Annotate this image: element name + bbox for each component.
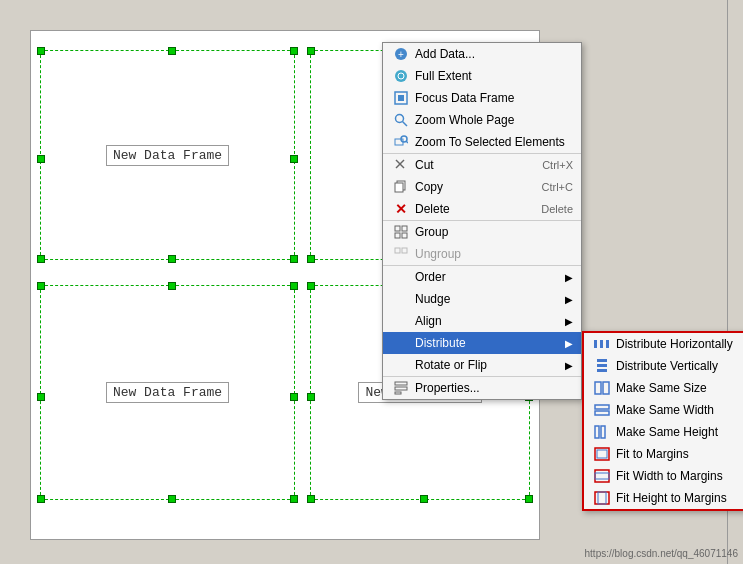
fit-height-label: Fit Height to Margins — [616, 491, 743, 505]
svg-rect-17 — [395, 233, 400, 238]
frame-top-left[interactable]: New Data Frame — [40, 50, 295, 260]
menu-zoom-selected[interactable]: Zoom To Selected Elements — [383, 131, 581, 153]
menu-focus-data-frame[interactable]: Focus Data Frame — [383, 87, 581, 109]
nudge-arrow: ▶ — [565, 294, 573, 305]
svg-line-7 — [403, 122, 408, 127]
copy-label: Copy — [415, 180, 532, 194]
align-icon — [391, 313, 411, 329]
svg-rect-22 — [600, 340, 603, 348]
handle-tl — [37, 282, 45, 290]
menu-align[interactable]: Align ▶ — [383, 310, 581, 332]
ungroup-icon — [391, 246, 411, 262]
menu-nudge[interactable]: Nudge ▶ — [383, 288, 581, 310]
svg-rect-31 — [595, 426, 599, 438]
submenu-fit-height-to-margins[interactable]: Fit Height to Margins — [584, 487, 743, 509]
svg-rect-41 — [395, 392, 401, 394]
menu-ungroup[interactable]: Ungroup — [383, 243, 581, 265]
same-width-label: Make Same Width — [616, 403, 743, 417]
submenu-make-same-height[interactable]: Make Same Height — [584, 421, 743, 443]
svg-rect-26 — [597, 369, 607, 372]
handle-bl — [37, 495, 45, 503]
align-arrow: ▶ — [565, 316, 573, 327]
align-label: Align — [415, 314, 565, 328]
svg-rect-29 — [595, 405, 609, 409]
menu-group[interactable]: Group — [383, 220, 581, 243]
ungroup-label: Ungroup — [415, 247, 573, 261]
svg-rect-19 — [395, 248, 400, 253]
watermark: https://blog.csdn.net/qq_46071146 — [585, 548, 738, 559]
menu-copy[interactable]: Copy Ctrl+C — [383, 176, 581, 198]
svg-rect-25 — [597, 364, 607, 367]
svg-rect-34 — [597, 450, 607, 458]
full-extent-icon — [391, 68, 411, 84]
handle-bm — [168, 495, 176, 503]
svg-rect-27 — [595, 382, 601, 394]
handle-br — [290, 255, 298, 263]
submenu-make-same-width[interactable]: Make Same Width — [584, 399, 743, 421]
fit-height-icon — [592, 490, 612, 506]
svg-rect-36 — [595, 473, 609, 479]
handle-br — [525, 495, 533, 503]
handle-br — [290, 495, 298, 503]
dist-v-icon — [592, 358, 612, 374]
menu-order[interactable]: Order ▶ — [383, 265, 581, 288]
fit-margins-icon — [592, 446, 612, 462]
svg-rect-32 — [601, 426, 605, 438]
submenu-distribute-horizontally[interactable]: Distribute Horizontally — [584, 333, 743, 355]
focus-frame-label: Focus Data Frame — [415, 91, 573, 105]
menu-cut[interactable]: Cut Ctrl+X — [383, 153, 581, 176]
copy-shortcut: Ctrl+C — [542, 181, 573, 193]
handle-bl — [307, 495, 315, 503]
svg-rect-35 — [595, 470, 609, 482]
svg-point-2 — [395, 70, 407, 82]
handle-bm — [420, 495, 428, 503]
dist-h-icon — [592, 336, 612, 352]
svg-rect-15 — [395, 226, 400, 231]
menu-delete[interactable]: ✕ Delete Delete — [383, 198, 581, 220]
menu-rotate-or-flip[interactable]: Rotate or Flip ▶ — [383, 354, 581, 376]
handle-tl — [307, 282, 315, 290]
handle-ml — [37, 155, 45, 163]
fit-width-label: Fit Width to Margins — [616, 469, 743, 483]
properties-icon — [391, 380, 411, 396]
zoom-select-icon — [391, 134, 411, 150]
handle-tr — [290, 282, 298, 290]
menu-properties[interactable]: Properties... — [383, 376, 581, 399]
submenu-make-same-size[interactable]: Make Same Size — [584, 377, 743, 399]
order-icon — [391, 269, 411, 285]
menu-zoom-whole-page[interactable]: Zoom Whole Page — [383, 109, 581, 131]
add-data-icon: + — [391, 46, 411, 62]
zoom-selected-label: Zoom To Selected Elements — [415, 135, 573, 149]
copy-icon — [391, 179, 411, 195]
zoom-whole-icon — [391, 112, 411, 128]
svg-rect-16 — [402, 226, 407, 231]
submenu-fit-width-to-margins[interactable]: Fit Width to Margins — [584, 465, 743, 487]
frame-bottom-left[interactable]: New Data Frame — [40, 285, 295, 500]
fit-width-icon — [592, 468, 612, 484]
handle-bl — [307, 255, 315, 263]
handle-ml — [307, 393, 315, 401]
svg-rect-14 — [395, 183, 403, 192]
full-extent-label: Full Extent — [415, 69, 573, 83]
zoom-whole-label: Zoom Whole Page — [415, 113, 573, 127]
svg-line-10 — [406, 141, 408, 143]
submenu-fit-to-margins[interactable]: Fit to Margins — [584, 443, 743, 465]
menu-full-extent[interactable]: Full Extent — [383, 65, 581, 87]
menu-add-data[interactable]: + Add Data... — [383, 43, 581, 65]
add-data-label: Add Data... — [415, 47, 573, 61]
submenu-distribute-vertically[interactable]: Distribute Vertically — [584, 355, 743, 377]
nudge-icon — [391, 291, 411, 307]
handle-tm — [168, 47, 176, 55]
cut-shortcut: Ctrl+X — [542, 159, 573, 171]
handle-mr — [290, 155, 298, 163]
svg-text:+: + — [398, 49, 404, 60]
rotate-label: Rotate or Flip — [415, 358, 565, 372]
cut-label: Cut — [415, 158, 532, 172]
handle-tl — [307, 47, 315, 55]
same-size-icon — [592, 380, 612, 396]
menu-distribute[interactable]: Distribute ▶ Distribute Horizontally Dis… — [383, 332, 581, 354]
svg-rect-23 — [606, 340, 609, 348]
fit-margins-label: Fit to Margins — [616, 447, 743, 461]
rotate-icon — [391, 357, 411, 373]
context-menu: + Add Data... Full Extent Focus Data Fra… — [382, 42, 582, 400]
